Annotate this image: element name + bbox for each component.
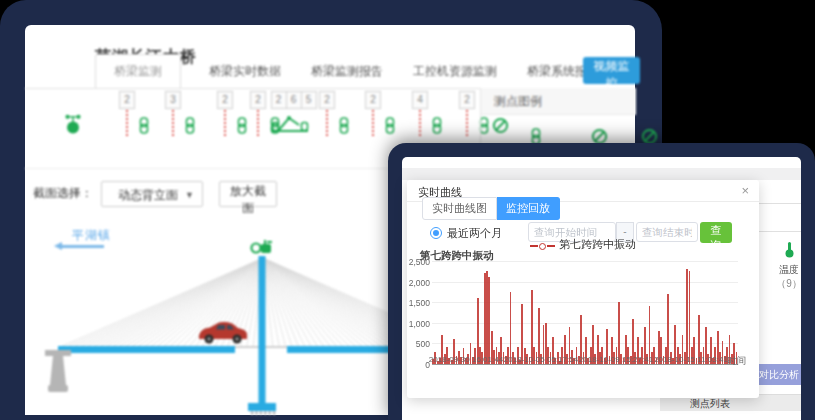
modal-tab-group: 实时曲线图监控回放 bbox=[422, 197, 560, 220]
video-monitor-button[interactable]: 视频监控 bbox=[583, 57, 640, 84]
sensor-count-badge-group: 265 bbox=[271, 91, 316, 109]
sensor-count-badge: 2 bbox=[319, 91, 335, 109]
car bbox=[199, 322, 247, 343]
jack-icon bbox=[269, 113, 311, 139]
side-panel-line bbox=[754, 203, 801, 204]
anemometer-icon bbox=[63, 113, 83, 139]
chain-icon bbox=[139, 117, 149, 138]
sensor-count-badge: 2 bbox=[365, 91, 381, 109]
sensor-marker-line bbox=[419, 110, 421, 136]
chevron-down-icon: ▼ bbox=[185, 182, 194, 208]
sensor-marker-line bbox=[257, 110, 259, 136]
chain-icon bbox=[237, 117, 247, 138]
chain-icon bbox=[432, 117, 442, 138]
temperature-sensor-item[interactable]: 温度 （9） bbox=[776, 241, 801, 291]
gridline bbox=[432, 282, 738, 283]
modal-tab-实时曲线图[interactable]: 实时曲线图 bbox=[422, 197, 497, 220]
point-legend-title: 测点图例 bbox=[481, 88, 636, 115]
chain-icon bbox=[185, 117, 195, 138]
sensor-count-badge: 4 bbox=[412, 91, 428, 109]
vibration-chart: 第七跨跨中振动 2,5002,0001,5001,0005000 2018-09… bbox=[412, 248, 752, 396]
chain-icon bbox=[385, 117, 395, 138]
close-icon[interactable]: × bbox=[741, 183, 749, 198]
tab-桥梁监测报告[interactable]: 桥梁监测报告 bbox=[309, 55, 385, 88]
x-tick-label: 2018-09-30 16:01:44 bbox=[424, 355, 508, 364]
compare-analysis-button[interactable]: 对比分析 bbox=[753, 364, 801, 385]
sensor-count-badge: 6 bbox=[286, 91, 302, 109]
y-tick-label: 1,500 bbox=[406, 298, 430, 308]
bridge-tower bbox=[259, 256, 266, 408]
section-select-label: 截面选择： bbox=[33, 185, 93, 202]
sensor-marker-line bbox=[224, 110, 226, 136]
sensor-count-badge: 2 bbox=[459, 91, 475, 109]
section-select[interactable]: 动态背立面 ▼ bbox=[101, 181, 203, 207]
bridge-pier-left bbox=[45, 350, 71, 392]
sensor-count-badge: 5 bbox=[301, 91, 317, 109]
x-tick-label: 2018-10-05 05:17:54 bbox=[499, 355, 583, 364]
tab-工控机资源监测[interactable]: 工控机资源监测 bbox=[411, 55, 499, 88]
chain-icon bbox=[339, 117, 349, 138]
sensor-marker-line bbox=[372, 110, 374, 136]
sensor-marker-line bbox=[466, 110, 468, 136]
side-panel-line bbox=[754, 231, 801, 232]
tab-桥梁监测[interactable]: 桥梁监测 bbox=[95, 54, 181, 89]
tab-桥梁实时数据[interactable]: 桥梁实时数据 bbox=[207, 55, 283, 88]
gridline bbox=[432, 261, 738, 262]
x-tick-label: 2018-10-09 15:27:41 bbox=[574, 355, 658, 364]
section-select-row: 截面选择： 动态背立面 ▼ 放大截面 bbox=[33, 180, 277, 207]
y-tick-label: 1,000 bbox=[406, 319, 430, 329]
temperature-label: 温度 bbox=[776, 263, 801, 277]
realtime-curve-modal: 实时曲线 × 实时曲线图监控回放 最近两个月 - 查询 第七跨跨中振动 第七跨跨… bbox=[407, 180, 759, 398]
chart-plot-area: 2,5002,0001,5001,0005000 bbox=[432, 261, 738, 365]
screen: 芜湖长江大桥 桥梁监测桥梁实时数据桥梁监测报告工控机资源监测桥梁系统报警 视频监… bbox=[0, 0, 815, 420]
section-select-value: 动态背立面 bbox=[118, 188, 178, 202]
x-axis-label: 时间 bbox=[727, 355, 746, 368]
x-tick-label: 2018-10-15 11:03:41 bbox=[649, 355, 733, 364]
thermometer-icon bbox=[784, 244, 795, 261]
sensor-count-badge: 2 bbox=[217, 91, 233, 109]
sensor-count-badge: 2 bbox=[271, 91, 287, 109]
tower-piles bbox=[251, 411, 275, 415]
bridge-deck-left bbox=[58, 346, 235, 353]
sensor-marker-line bbox=[126, 110, 128, 136]
sensor-count-badge: 2 bbox=[119, 91, 135, 109]
camera-icon[interactable] bbox=[252, 240, 273, 253]
temperature-count: （9） bbox=[776, 277, 801, 291]
y-tick-label: 2,500 bbox=[406, 257, 430, 267]
sensor-count-badge: 2 bbox=[250, 91, 266, 109]
tower-pier-cap bbox=[248, 403, 276, 411]
zoom-section-button[interactable]: 放大截面 bbox=[219, 181, 277, 207]
y-tick-label: 2,000 bbox=[406, 278, 430, 288]
sensor-marker-line bbox=[172, 110, 174, 136]
tab-bar: 桥梁监测桥梁实时数据桥梁监测报告工控机资源监测桥梁系统报警 bbox=[95, 55, 601, 88]
modal-tab-监控回放[interactable]: 监控回放 bbox=[497, 197, 560, 220]
sensor-count-badge: 3 bbox=[165, 91, 181, 109]
front-window-toolbar bbox=[402, 168, 801, 180]
sensor-marker-line bbox=[326, 110, 328, 136]
y-tick-label: 500 bbox=[406, 339, 430, 349]
